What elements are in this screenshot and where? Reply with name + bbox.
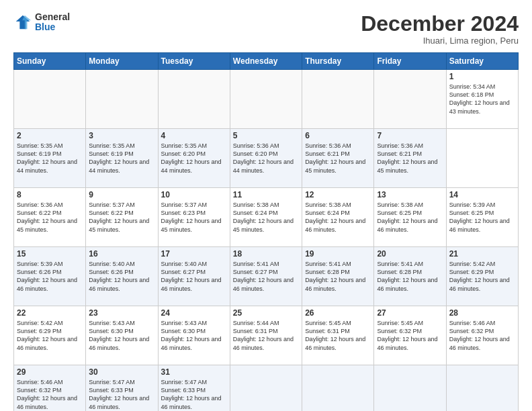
day-info: Sunrise: 5:41 AMSunset: 6:27 PMDaylight:…: [233, 261, 294, 291]
day-cell-24: 24 Sunrise: 5:43 AMSunset: 6:30 PMDaylig…: [158, 306, 230, 365]
col-wednesday: Wednesday: [230, 53, 302, 70]
location: Ihuari, Lima region, Peru: [361, 36, 519, 46]
logo: General Blue: [13, 12, 70, 33]
logo-blue-text: Blue: [35, 21, 55, 32]
empty-cell: [374, 365, 446, 411]
day-cell-4: 4 Sunrise: 5:35 AMSunset: 6:20 PMDayligh…: [158, 129, 230, 188]
empty-cell: [302, 365, 374, 411]
day-info: Sunrise: 5:36 AMSunset: 6:20 PMDaylight:…: [233, 142, 294, 173]
day-number: 30: [89, 367, 154, 377]
title-block: December 2024 Ihuari, Lima region, Peru: [361, 12, 519, 46]
col-sunday: Sunday: [14, 53, 86, 70]
day-cell-13: 13 Sunrise: 5:38 AMSunset: 6:25 PMDaylig…: [374, 188, 446, 247]
calendar-week-4: 22 Sunrise: 5:42 AMSunset: 6:29 PMDaylig…: [14, 306, 519, 365]
day-number: 5: [233, 131, 299, 140]
day-number: 24: [161, 308, 227, 318]
day-number: 12: [305, 190, 371, 199]
day-info: Sunrise: 5:42 AMSunset: 6:29 PMDaylight:…: [17, 320, 77, 351]
day-number: 11: [233, 190, 299, 199]
day-number: 18: [233, 249, 299, 259]
day-cell-7: 7 Sunrise: 5:36 AMSunset: 6:21 PMDayligh…: [374, 129, 446, 188]
day-cell-15: 15 Sunrise: 5:39 AMSunset: 6:26 PMDaylig…: [14, 247, 86, 306]
empty-cell: [14, 70, 86, 129]
day-number: 14: [449, 190, 515, 199]
day-cell-20: 20 Sunrise: 5:41 AMSunset: 6:28 PMDaylig…: [374, 247, 446, 306]
day-info: Sunrise: 5:47 AMSunset: 6:33 PMDaylight:…: [161, 379, 222, 410]
day-number: 13: [377, 190, 443, 199]
day-info: Sunrise: 5:41 AMSunset: 6:28 PMDaylight:…: [377, 261, 437, 291]
empty-cell: [446, 365, 518, 411]
day-number: 20: [377, 249, 443, 259]
day-info: Sunrise: 5:40 AMSunset: 6:26 PMDaylight:…: [89, 261, 149, 291]
empty-cell: [86, 70, 158, 129]
calendar-week-3: 15 Sunrise: 5:39 AMSunset: 6:26 PMDaylig…: [14, 247, 519, 306]
col-thursday: Thursday: [302, 53, 374, 70]
day-number: 10: [161, 190, 227, 199]
day-info: Sunrise: 5:45 AMSunset: 6:31 PMDaylight:…: [305, 320, 365, 351]
day-number: 27: [377, 308, 443, 318]
day-info: Sunrise: 5:36 AMSunset: 6:21 PMDaylight:…: [305, 142, 365, 173]
day-cell-23: 23 Sunrise: 5:43 AMSunset: 6:30 PMDaylig…: [86, 306, 158, 365]
empty-cell: [374, 70, 446, 129]
day-number: 23: [89, 308, 154, 318]
header: General Blue December 2024 Ihuari, Lima …: [13, 12, 519, 46]
day-cell-31: 31 Sunrise: 5:47 AMSunset: 6:33 PMDaylig…: [158, 365, 230, 411]
day-cell-11: 11 Sunrise: 5:38 AMSunset: 6:24 PMDaylig…: [230, 188, 302, 247]
day-number: 22: [17, 308, 83, 318]
empty-cell: [302, 70, 374, 129]
day-info: Sunrise: 5:43 AMSunset: 6:30 PMDaylight:…: [161, 320, 222, 351]
day-cell-19: 19 Sunrise: 5:41 AMSunset: 6:28 PMDaylig…: [302, 247, 374, 306]
day-number: 8: [17, 190, 83, 199]
day-info: Sunrise: 5:35 AMSunset: 6:20 PMDaylight:…: [161, 142, 222, 173]
day-cell-17: 17 Sunrise: 5:40 AMSunset: 6:27 PMDaylig…: [158, 247, 230, 306]
logo-text: General Blue: [35, 12, 70, 33]
day-info: Sunrise: 5:35 AMSunset: 6:19 PMDaylight:…: [17, 142, 77, 173]
calendar-table: Sunday Monday Tuesday Wednesday Thursday…: [13, 52, 519, 411]
day-number: 7: [377, 131, 443, 140]
day-cell-27: 27 Sunrise: 5:45 AMSunset: 6:32 PMDaylig…: [374, 306, 446, 365]
day-number: 4: [161, 131, 227, 140]
day-cell-30: 30 Sunrise: 5:47 AMSunset: 6:33 PMDaylig…: [86, 365, 158, 411]
day-number: 29: [17, 367, 83, 377]
day-cell-5: 5 Sunrise: 5:36 AMSunset: 6:20 PMDayligh…: [230, 129, 302, 188]
page: General Blue December 2024 Ihuari, Lima …: [0, 0, 532, 411]
day-cell-9: 9 Sunrise: 5:37 AMSunset: 6:22 PMDayligh…: [86, 188, 158, 247]
empty-cell: [230, 365, 302, 411]
calendar-week-0: 1 Sunrise: 5:34 AMSunset: 6:18 PMDayligh…: [14, 70, 519, 129]
day-info: Sunrise: 5:39 AMSunset: 6:25 PMDaylight:…: [449, 201, 510, 232]
day-info: Sunrise: 5:37 AMSunset: 6:22 PMDaylight:…: [89, 201, 149, 232]
empty-cell: [158, 70, 230, 129]
day-number: 31: [161, 367, 227, 377]
logo-icon: [13, 13, 32, 32]
day-number: 9: [89, 190, 154, 199]
day-info: Sunrise: 5:38 AMSunset: 6:25 PMDaylight:…: [377, 201, 437, 232]
day-cell-25: 25 Sunrise: 5:44 AMSunset: 6:31 PMDaylig…: [230, 306, 302, 365]
calendar-week-1: 2 Sunrise: 5:35 AMSunset: 6:19 PMDayligh…: [14, 129, 519, 188]
calendar-week-5: 29 Sunrise: 5:46 AMSunset: 6:32 PMDaylig…: [14, 365, 519, 411]
day-info: Sunrise: 5:46 AMSunset: 6:32 PMDaylight:…: [17, 379, 77, 410]
day-info: Sunrise: 5:44 AMSunset: 6:31 PMDaylight:…: [233, 320, 294, 351]
day-info: Sunrise: 5:37 AMSunset: 6:23 PMDaylight:…: [161, 201, 222, 232]
day-number: 16: [89, 249, 154, 259]
day-cell-21: 21 Sunrise: 5:42 AMSunset: 6:29 PMDaylig…: [446, 247, 518, 306]
day-number: 15: [17, 249, 83, 259]
header-row: Sunday Monday Tuesday Wednesday Thursday…: [14, 53, 519, 70]
day-cell-16: 16 Sunrise: 5:40 AMSunset: 6:26 PMDaylig…: [86, 247, 158, 306]
day-cell-29: 29 Sunrise: 5:46 AMSunset: 6:32 PMDaylig…: [14, 365, 86, 411]
day-number: 6: [305, 131, 371, 140]
day-number: 1: [449, 72, 515, 81]
day-info: Sunrise: 5:47 AMSunset: 6:33 PMDaylight:…: [89, 379, 149, 410]
day-cell-18: 18 Sunrise: 5:41 AMSunset: 6:27 PMDaylig…: [230, 247, 302, 306]
day-info: Sunrise: 5:45 AMSunset: 6:32 PMDaylight:…: [377, 320, 437, 351]
day-info: Sunrise: 5:34 AMSunset: 6:18 PMDaylight:…: [449, 83, 510, 114]
day-info: Sunrise: 5:38 AMSunset: 6:24 PMDaylight:…: [305, 201, 365, 232]
empty-cell: [230, 70, 302, 129]
calendar-week-2: 8 Sunrise: 5:36 AMSunset: 6:22 PMDayligh…: [14, 188, 519, 247]
day-info: Sunrise: 5:36 AMSunset: 6:21 PMDaylight:…: [377, 142, 437, 173]
col-saturday: Saturday: [446, 53, 518, 70]
day-number: 26: [305, 308, 371, 318]
day-cell-26: 26 Sunrise: 5:45 AMSunset: 6:31 PMDaylig…: [302, 306, 374, 365]
day-info: Sunrise: 5:39 AMSunset: 6:26 PMDaylight:…: [17, 261, 77, 291]
day-cell-2: 2 Sunrise: 5:35 AMSunset: 6:19 PMDayligh…: [14, 129, 86, 188]
logo-general-text: General: [35, 11, 70, 22]
